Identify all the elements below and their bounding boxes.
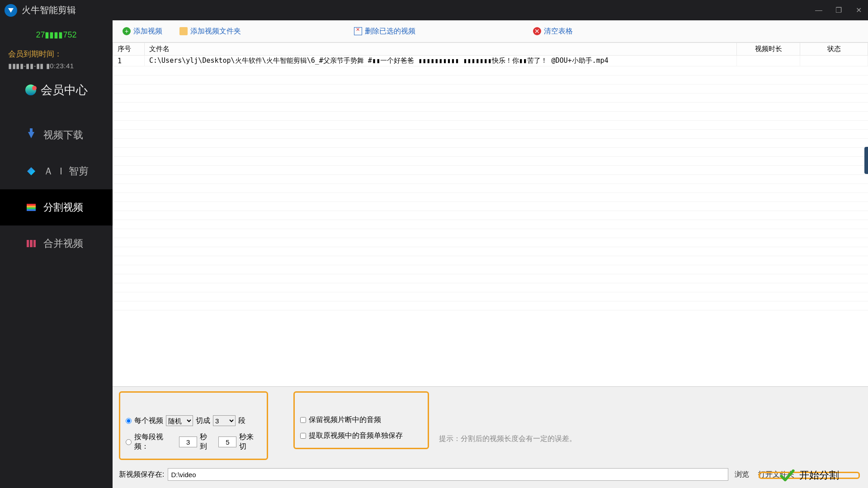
clear-icon: ✕	[533, 27, 541, 35]
by-duration-label: 按每段视频：	[134, 432, 176, 451]
split-mode-group: 每个视频 随机 切成 3 段 按每段视频： 秒	[119, 391, 268, 460]
output-path-input[interactable]	[168, 468, 728, 481]
sec-mid-label: 秒 到	[200, 432, 216, 451]
clear-table-label: 清空表格	[544, 27, 573, 36]
app-title: 火牛智能剪辑	[22, 4, 76, 16]
toolbar: + 添加视频 添加视频文件夹 删除已选的视频 ✕ 清空表格	[113, 20, 868, 42]
segments-suffix: 段	[238, 416, 245, 426]
by-duration-radio[interactable]	[126, 439, 132, 445]
sidebar-item-label: 合并视频	[43, 237, 83, 250]
delete-icon	[354, 27, 362, 35]
segments-select[interactable]: 3	[213, 415, 236, 426]
add-video-label: 添加视频	[133, 27, 162, 36]
membership-label: 会员到期时间：	[0, 42, 113, 61]
download-icon	[26, 130, 36, 140]
start-split-button[interactable]: 开始分割	[759, 472, 860, 479]
sidebar-item-split[interactable]: 分割视频	[0, 189, 113, 225]
delete-selected-label: 删除已选的视频	[365, 27, 415, 36]
delete-selected-button[interactable]: 删除已选的视频	[349, 27, 420, 36]
audio-options-group: 保留视频片断中的音频 提取原视频中的音频单独保存	[293, 391, 429, 449]
col-index[interactable]: 序号	[113, 43, 145, 56]
browse-button[interactable]: 浏览	[732, 470, 752, 479]
table-row[interactable]: 1C:\Users\ylj\Desktop\火牛软件\火牛智能剪辑\6_#父亲节…	[113, 56, 868, 66]
plus-icon: +	[123, 27, 131, 35]
sec-to-input[interactable]	[218, 436, 236, 447]
check-icon	[779, 468, 795, 483]
user-id: 27▮▮▮▮752	[0, 27, 113, 42]
folder-icon	[179, 27, 188, 35]
options-panel: 每个视频 随机 切成 3 段 按每段视频： 秒	[113, 386, 868, 488]
sidebar-item-download[interactable]: 视频下载	[0, 117, 113, 153]
mode-select[interactable]: 随机	[166, 415, 193, 426]
member-center-label: 会员中心	[41, 82, 88, 98]
extract-audio-label: 提取原视频中的音频单独保存	[309, 431, 403, 441]
add-folder-label: 添加视频文件夹	[190, 27, 241, 36]
membership-time: ▮▮▮▮-▮▮-▮▮ ▮0:23:41	[0, 61, 113, 76]
sec-suffix-label: 秒来切	[239, 432, 260, 451]
member-center-icon	[25, 84, 36, 95]
sidebar-item-label: Ａ Ｉ 智剪	[43, 164, 89, 178]
hint-text: 提示：分割后的视频长度会有一定的误差。	[439, 434, 576, 444]
sidebar-item-label: 视频下载	[43, 128, 83, 142]
side-handle[interactable]	[864, 147, 868, 174]
keep-audio-checkbox[interactable]	[300, 417, 306, 423]
file-table-container[interactable]: 序号 文件名 视频时长 状态 1C:\Users\ylj\Desktop\火牛软…	[113, 42, 868, 386]
merge-icon	[26, 239, 36, 249]
sidebar-item-ai-cut[interactable]: Ａ Ｉ 智剪	[0, 153, 113, 189]
extract-audio-checkbox[interactable]	[300, 433, 306, 439]
sec-from-input[interactable]	[179, 436, 197, 447]
col-duration[interactable]: 视频时长	[737, 43, 800, 56]
cut-into-label: 切成	[196, 416, 210, 426]
main-panel: + 添加视频 添加视频文件夹 删除已选的视频 ✕ 清空表格	[113, 20, 868, 488]
member-center-link[interactable]: 会员中心	[0, 76, 113, 103]
titlebar: 火牛智能剪辑 — ❐ ✕	[0, 0, 868, 20]
col-filename[interactable]: 文件名	[145, 43, 737, 56]
add-folder-button[interactable]: 添加视频文件夹	[175, 27, 245, 36]
sidebar-item-label: 分割视频	[43, 201, 83, 214]
ai-icon	[26, 166, 36, 176]
per-video-radio[interactable]	[126, 418, 132, 424]
sidebar-item-merge[interactable]: 合并视频	[0, 225, 113, 262]
sidebar: 27▮▮▮▮752 会员到期时间： ▮▮▮▮-▮▮-▮▮ ▮0:23:41 会员…	[0, 20, 113, 488]
output-label: 新视频保存在:	[119, 470, 164, 479]
minimize-icon[interactable]: —	[814, 5, 824, 15]
start-split-label: 开始分割	[799, 469, 839, 482]
add-video-button[interactable]: + 添加视频	[118, 27, 167, 36]
col-status[interactable]: 状态	[800, 43, 868, 56]
app-logo-icon	[5, 4, 17, 17]
split-icon	[26, 202, 36, 212]
per-video-label: 每个视频	[134, 416, 163, 426]
maximize-icon[interactable]: ❐	[834, 5, 844, 15]
clear-table-button[interactable]: ✕ 清空表格	[528, 27, 577, 36]
keep-audio-label: 保留视频片断中的音频	[309, 415, 381, 425]
file-table: 序号 文件名 视频时长 状态 1C:\Users\ylj\Desktop\火牛软…	[113, 42, 868, 319]
close-icon[interactable]: ✕	[854, 5, 863, 15]
